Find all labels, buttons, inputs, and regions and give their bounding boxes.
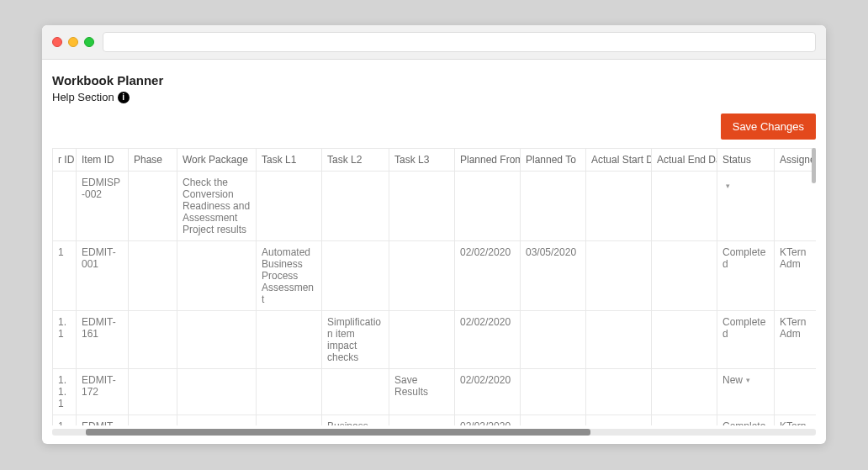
cell-planned-from[interactable]: 02/02/2020 [455,415,521,426]
cell-actual-start[interactable] [586,241,652,311]
cell-planned-from[interactable]: 02/02/2020 [455,241,521,311]
vertical-scrollbar[interactable] [811,148,816,425]
help-section-row[interactable]: Help Section i [52,91,816,103]
status-dropdown[interactable]: New▾ [722,374,750,386]
cell-status[interactable]: Completed [717,241,775,311]
cell-status[interactable]: Completed [717,415,775,426]
cell-planned-to[interactable] [521,369,586,415]
url-bar[interactable] [103,32,816,52]
cell-assigned[interactable]: KTern Adm [775,241,817,311]
save-changes-button[interactable]: Save Changes [721,114,816,140]
table-row[interactable]: 1.1.1EDMIT-172Save Results02/02/2020New▾ [53,369,817,415]
cell-phase[interactable] [129,241,177,311]
cell-task-l2[interactable]: Simplification item impact checks [322,311,389,369]
cell-task-l2[interactable] [322,172,389,241]
cell-task-l3[interactable] [389,415,455,426]
cell-item-id[interactable]: EDMIT-162 [77,415,129,426]
cell-status[interactable]: New▾ [717,369,775,415]
cell-actual-start[interactable] [586,415,652,426]
cell-r-id[interactable]: 1.2 [53,415,77,426]
cell-phase[interactable] [129,415,177,426]
cell-work-package[interactable] [177,241,257,311]
cell-task-l1[interactable] [257,172,322,241]
cell-actual-end[interactable] [652,241,717,311]
col-planned-to[interactable]: Planned To [521,149,586,172]
col-actual-end[interactable]: Actual End Date [652,149,717,172]
cell-task-l3[interactable]: Save Results [389,369,455,415]
cell-actual-end[interactable] [652,415,717,426]
col-assigned[interactable]: Assigned [775,149,817,172]
cell-actual-end[interactable] [652,369,717,415]
cell-planned-to[interactable]: 03/05/2020 [521,241,586,311]
cell-assigned[interactable] [775,172,817,241]
cell-planned-from[interactable] [455,172,521,241]
cell-task-l3[interactable] [389,172,455,241]
table-row[interactable]: EDMISP-002Check the Conversion Readiness… [53,172,817,241]
col-task-l1[interactable]: Task L1 [257,149,322,172]
cell-planned-to[interactable] [521,415,586,426]
cell-task-l1[interactable]: Automated Business Process Assessment [257,241,322,311]
cell-planned-to[interactable] [521,311,586,369]
cell-actual-end[interactable] [652,311,717,369]
table-row[interactable]: 1.2EDMIT-162Business function analytics0… [53,415,817,426]
cell-planned-to[interactable] [521,172,586,241]
horizontal-scrollbar[interactable] [52,429,816,436]
maximize-window-icon[interactable] [84,37,94,47]
info-icon[interactable]: i [118,92,130,103]
cell-assigned[interactable]: KTern Adm [775,415,817,426]
cell-task-l1[interactable] [257,369,322,415]
col-actual-start[interactable]: Actual Start Dat [586,149,652,172]
cell-planned-from[interactable]: 02/02/2020 [455,369,521,415]
cell-work-package[interactable] [177,415,257,426]
browser-window: Workbook Planner Help Section i Save Cha… [42,25,826,444]
vertical-scrollbar-thumb[interactable] [812,148,816,183]
col-task-l3[interactable]: Task L3 [389,149,455,172]
col-status[interactable]: Status [717,149,775,172]
col-planned-from[interactable]: Planned From [455,149,521,172]
cell-r-id[interactable]: 1.1.1 [53,369,77,415]
cell-work-package[interactable]: Check the Conversion Readiness and Asses… [177,172,257,241]
horizontal-scrollbar-thumb[interactable] [86,429,590,436]
cell-phase[interactable] [129,172,177,241]
cell-task-l3[interactable] [389,311,455,369]
status-dropdown[interactable]: ▾ [722,182,730,190]
cell-r-id[interactable]: 1 [53,241,77,311]
cell-task-l2[interactable]: Business function analytics [322,415,389,426]
col-task-l2[interactable]: Task L2 [322,149,389,172]
cell-task-l2[interactable] [322,369,389,415]
cell-work-package[interactable] [177,369,257,415]
cell-assigned[interactable]: KTern Adm [775,311,817,369]
cell-work-package[interactable] [177,311,257,369]
cell-actual-start[interactable] [586,311,652,369]
cell-item-id[interactable]: EDMIT-001 [77,241,129,311]
cell-actual-start[interactable] [586,369,652,415]
cell-planned-from[interactable]: 02/02/2020 [455,311,521,369]
cell-task-l3[interactable] [389,241,455,311]
table-row[interactable]: 1.1EDMIT-161Simplification item impact c… [53,311,817,369]
col-work-package[interactable]: Work Package [177,149,257,172]
cell-assigned[interactable] [775,369,817,415]
close-window-icon[interactable] [52,37,62,47]
col-item-id[interactable]: Item ID [77,149,129,172]
cell-phase[interactable] [129,311,177,369]
cell-item-id[interactable]: EDMIT-161 [77,311,129,369]
cell-status[interactable]: Completed [717,311,775,369]
help-section-label: Help Section [52,91,114,103]
cell-item-id[interactable]: EDMIT-172 [77,369,129,415]
cell-r-id[interactable]: 1.1 [53,311,77,369]
cell-phase[interactable] [129,369,177,415]
col-r-id[interactable]: r ID [53,149,77,172]
col-phase[interactable]: Phase [129,149,177,172]
cell-actual-start[interactable] [586,172,652,241]
table-scroll-area[interactable]: r ID Item ID Phase Work Package Task L1 … [52,148,816,425]
cell-r-id[interactable] [53,172,77,241]
cell-task-l2[interactable] [322,241,389,311]
table-row[interactable]: 1EDMIT-001Automated Business Process Ass… [53,241,817,311]
planner-table: r ID Item ID Phase Work Package Task L1 … [52,148,816,425]
cell-task-l1[interactable] [257,311,322,369]
cell-status[interactable]: ▾ [717,172,775,241]
cell-actual-end[interactable] [652,172,717,241]
cell-item-id[interactable]: EDMISP-002 [77,172,129,241]
cell-task-l1[interactable] [257,415,322,426]
minimize-window-icon[interactable] [68,37,78,47]
